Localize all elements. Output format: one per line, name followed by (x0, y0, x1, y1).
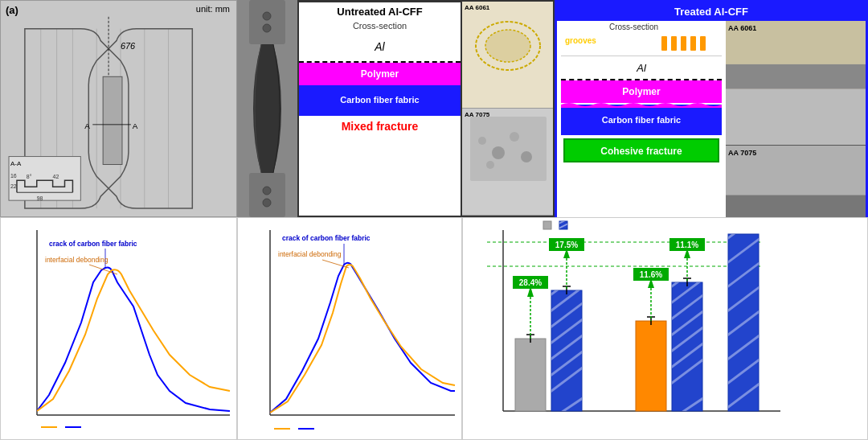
svg-rect-34 (470, 117, 547, 181)
svg-text:42: 42 (53, 174, 59, 179)
svg-text:crack of carbon fiber fabric: crack of carbon fiber fabric (49, 240, 137, 248)
svg-point-26 (263, 24, 271, 32)
unit-label: unit: mm (196, 4, 230, 14)
svg-point-28 (263, 199, 271, 207)
svg-text:interfacial debonding: interfacial debonding (45, 256, 108, 264)
svg-rect-23 (249, 0, 285, 44)
svg-text:AA 7075: AA 7075 (728, 149, 756, 157)
grooves-svg (597, 32, 718, 56)
panel-c-cross-section: Cross-section (609, 23, 658, 31)
svg-text:AA 6061: AA 6061 (465, 4, 490, 11)
svg-point-31 (485, 30, 530, 62)
panel-b-photo (237, 0, 297, 217)
panel-b-al-layer: Al (299, 32, 461, 63)
svg-text:98: 98 (37, 195, 43, 201)
panel-c-inner: Treated Al-CFF Cross-section grooves (557, 2, 866, 215)
svg-point-40 (486, 161, 494, 169)
svg-rect-49 (726, 89, 866, 145)
pct-1: 28.4% (519, 278, 542, 287)
panel-b-image-bottom: AA 7075 (462, 109, 553, 216)
svg-text:AA 7075: AA 7075 (465, 111, 490, 118)
bottom-panel-mid: crack of carbon fiber fabric interfacial… (237, 217, 462, 440)
panel-c-image-top: AA 6061 (726, 21, 866, 146)
panel-b-cff-layer: Carbon fiber fabric (299, 85, 461, 116)
svg-rect-44 (690, 36, 696, 51)
svg-rect-65 (238, 218, 462, 440)
bottom-panel-left: crack of carbon fiber fabric interfacial… (0, 217, 237, 440)
panel-b-cff-label: Carbon fiber fabric (340, 95, 419, 105)
svg-rect-43 (681, 36, 686, 51)
svg-rect-8 (103, 76, 122, 164)
panel-b-diagram: Untreated Al-CFF Cross-section Al Polyme… (297, 0, 462, 217)
svg-point-39 (521, 151, 532, 162)
panel-b-polymer-label: Polymer (361, 68, 399, 80)
svg-rect-134 (543, 221, 551, 229)
svg-rect-45 (700, 36, 706, 51)
panel-c-al-label: Al (637, 62, 646, 74)
svg-rect-41 (661, 36, 667, 51)
polymer-wave-svg (561, 101, 730, 108)
svg-text:A-A: A-A (10, 160, 22, 167)
specimen-photo-svg (237, 0, 297, 217)
svg-rect-101 (636, 321, 666, 411)
panel-b-cross-section: Cross-section (299, 19, 461, 32)
svg-text:11.1%: 11.1% (676, 241, 698, 249)
main-container: (a) unit: mm (0, 0, 868, 440)
svg-rect-48 (726, 64, 866, 89)
svg-text:A: A (84, 121, 90, 130)
svg-rect-24 (249, 173, 285, 217)
panel-b-title: Untreated Al-CFF (299, 2, 461, 19)
specimen-drawing-svg: 676 A A A-A 16 22 98 8° (1, 1, 236, 216)
panel-c-polymer-label: Polymer (622, 86, 660, 97)
panel-b-fracture-label: Mixed fracture (299, 116, 461, 137)
panel-a: (a) unit: mm (0, 0, 237, 217)
svg-text:crack of carbon fiber fabric: crack of carbon fiber fabric (282, 234, 371, 242)
svg-point-25 (263, 12, 271, 20)
svg-text:AA 6061: AA 6061 (728, 24, 756, 32)
chart-mid-svg: crack of carbon fiber fabric interfacial… (238, 218, 462, 440)
svg-text:676: 676 (121, 41, 136, 51)
svg-rect-42 (671, 36, 677, 51)
panel-b-aa7075-svg: AA 7075 (462, 109, 553, 215)
panel-c: Treated Al-CFF Cross-section grooves (555, 0, 868, 217)
bottom-panel-right: 28.4% (462, 217, 868, 440)
svg-text:8°: 8° (27, 174, 32, 179)
svg-text:11.6%: 11.6% (640, 270, 662, 279)
panel-c-aa6061-svg: AA 6061 (726, 21, 866, 145)
panel-b-polymer-layer: Polymer (299, 63, 461, 85)
panel-a-label: (a) (6, 4, 18, 16)
svg-text:22: 22 (10, 183, 17, 189)
bottom-row: crack of carbon fiber fabric interfacial… (0, 217, 868, 440)
svg-point-27 (263, 187, 271, 195)
panel-b-aa6061-svg: AA 6061 (462, 2, 553, 108)
svg-point-37 (492, 146, 505, 159)
bar-chart-svg: 28.4% (463, 218, 867, 440)
panel-b-al-label: Al (375, 40, 384, 53)
panel-c-fracture-label: Cohesive fracture (600, 146, 682, 157)
svg-point-36 (478, 137, 486, 145)
grooves-label: grooves (565, 36, 596, 45)
svg-point-38 (510, 132, 519, 142)
svg-text:A: A (133, 121, 138, 130)
svg-rect-79 (515, 339, 546, 411)
panel-c-cff-label: Carbon fiber fabric (602, 115, 681, 125)
svg-text:16: 16 (10, 173, 17, 179)
chart-left-svg: crack of carbon fiber fabric interfacial… (1, 218, 237, 440)
panel-b-image-top: AA 6061 (462, 2, 553, 109)
top-row: (a) unit: mm (0, 0, 868, 217)
svg-text:interfacial debonding: interfacial debonding (278, 250, 342, 258)
svg-text:17.5%: 17.5% (555, 241, 578, 249)
panel-c-title: Treated Al-CFF (557, 2, 866, 21)
panel-b-images: AA 6061 AA 7075 (462, 0, 555, 217)
svg-rect-53 (726, 195, 866, 220)
